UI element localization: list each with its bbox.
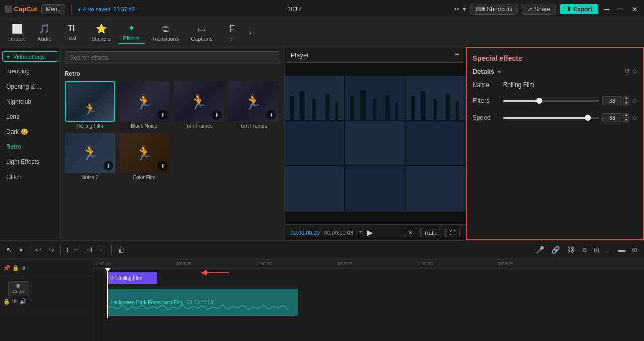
retro-section-label: Retro [61, 68, 284, 79]
speed-increment[interactable]: ▲ [623, 113, 629, 118]
view-toggle[interactable]: ▪▪ [454, 5, 459, 13]
close-button[interactable]: ✕ [630, 5, 640, 13]
toolbar-transitions[interactable]: ⧉ Transitions [147, 22, 184, 44]
link-button[interactable]: 🔗 [549, 245, 562, 255]
effect-thumb-torn-frames: 🏃 ⬇ [174, 81, 224, 122]
filters-value-input[interactable] [602, 96, 622, 105]
sidebar-item-nightclub[interactable]: Nightclub [0, 94, 60, 109]
filters-decrement[interactable]: ▼ [623, 101, 629, 106]
effect-black-noise[interactable]: 🏃 ⬇ Black Noise [119, 81, 170, 129]
add-button[interactable]: ⊕ [630, 245, 640, 255]
speed-slider-track[interactable] [503, 117, 599, 119]
maximize-button[interactable]: ▭ [615, 5, 626, 13]
pin-icon[interactable]: 📌 [3, 265, 10, 271]
keyframe-button[interactable]: ◇ [632, 67, 637, 75]
zoom-out-button[interactable]: − [605, 245, 613, 255]
effect-rolling-film[interactable]: 🏃 Rolling Film [65, 81, 115, 129]
play-button[interactable]: ▶ [367, 228, 373, 237]
toolbar-audio[interactable]: 🎵 Audio [32, 21, 57, 44]
filters-stepper: ▲ ▼ [623, 96, 629, 106]
search-input[interactable] [65, 51, 280, 64]
track-more-icon[interactable]: ⋯ [29, 298, 34, 305]
screenshot-button[interactable]: ⊙ [404, 228, 417, 237]
lock-icon[interactable]: 🔒 [12, 265, 19, 271]
minimize-button[interactable]: ─ [602, 5, 611, 13]
zoom-slider[interactable]: ▬ [616, 245, 627, 255]
view-toggle2[interactable]: ▾ [463, 5, 466, 13]
eye-icon[interactable]: 👁 [21, 265, 27, 271]
timeline-tracks: 1:00:00 1:00:05 1:00:10 1:00:15 1:00:20 … [93, 259, 644, 341]
toolbar-text[interactable]: TI Text [59, 22, 84, 43]
download-icon-4[interactable]: ⬇ [103, 161, 113, 171]
reset-button[interactable]: ↺ [624, 67, 630, 75]
link2-button[interactable]: ⛓ [565, 245, 576, 255]
playhead-triangle [105, 268, 111, 272]
toolbar-more[interactable]: › [247, 26, 254, 39]
microphone-button[interactable]: 🎤 [534, 245, 546, 255]
effect-name-torn-frames: Torn Frames [174, 123, 224, 129]
search-bar [61, 47, 284, 68]
details-label: Details [473, 68, 495, 75]
download-icon-3[interactable]: ⬇ [266, 110, 276, 120]
download-icon-5[interactable]: ⬇ [157, 161, 168, 171]
shortcuts-button[interactable]: ⌨ Shortcuts [470, 4, 518, 15]
sidebar-item-opening[interactable]: Opening & ... [0, 79, 60, 94]
cover-icon: ▣ [16, 283, 21, 288]
audio-icon: 🎵 [39, 23, 50, 34]
toolbar-import[interactable]: ⬜ Import [4, 21, 30, 44]
effect-noise-2[interactable]: 🏃 ⬇ Noise 2 [65, 133, 115, 180]
track-lock-icon[interactable]: 🔒 [3, 298, 10, 305]
speed-keyframe-button[interactable]: ◇ [632, 114, 637, 121]
track-audio-icon[interactable]: 🔊 [20, 298, 27, 305]
split-button[interactable]: ⊢⊣ [65, 245, 81, 255]
delete-button[interactable]: 🗑 [116, 245, 127, 255]
video-block[interactable]: Halloween Dark Forest and Fog 00:00:10:0… [107, 289, 298, 316]
trim-right[interactable]: ⊢ [97, 245, 107, 255]
player-visual [285, 76, 466, 212]
filters-slider-track[interactable] [503, 100, 599, 102]
undo-button[interactable]: ↩ [33, 245, 43, 255]
select-tool[interactable]: ↖ [4, 245, 14, 255]
speed-slider-thumb[interactable] [585, 115, 591, 121]
arrow-svg [189, 263, 249, 278]
audio-link-button[interactable]: ♫ [579, 245, 589, 255]
figure-icon-2: 🏃 [135, 94, 153, 110]
toolbar-f[interactable]: F F [220, 22, 245, 44]
video-effects-section[interactable]: ▾ Video effects [2, 51, 58, 62]
share-button[interactable]: ↗ Share [522, 4, 556, 15]
redo-button[interactable]: ↪ [46, 245, 56, 255]
toolbar-effects[interactable]: ✦ Effects [118, 21, 144, 44]
export-button[interactable]: ⬆ Export [560, 4, 598, 14]
player-menu-icon[interactable]: ≡ [455, 50, 459, 59]
speed-decrement[interactable]: ▼ [623, 118, 629, 123]
speed-value-input[interactable] [602, 113, 622, 122]
filters-slider-thumb[interactable] [536, 98, 542, 104]
effect-block[interactable]: ⟳ Rolling Film [107, 272, 157, 284]
cover-button[interactable]: ▣ Cover [8, 281, 29, 296]
playhead[interactable] [107, 270, 108, 318]
sidebar-item-glitch[interactable]: Glitch [0, 169, 60, 185]
ratio-button[interactable]: Ratio [420, 228, 442, 237]
toolbar-captions[interactable]: ▭ Captions [186, 21, 217, 44]
effect-color-film[interactable]: 🏃 ⬇ Color Film [119, 133, 170, 180]
trim-left[interactable]: ⊣ [84, 245, 94, 255]
effect-torn-frames-2[interactable]: 🏃 ⬇ Torn Frames [228, 81, 278, 129]
sidebar-item-dark[interactable]: Dark 😀 [0, 124, 60, 139]
sidebar-item-trending[interactable]: Trending [0, 64, 60, 79]
effect-torn-frames[interactable]: 🏃 ⬇ Torn Frames [174, 81, 224, 129]
track-eye-icon[interactable]: 👁 [12, 298, 18, 305]
filters-keyframe-button[interactable]: ◇ [632, 97, 637, 104]
select-dropdown[interactable]: ▾ [17, 245, 25, 255]
align-button[interactable]: ⊞ [592, 245, 602, 255]
toolbar-stickers[interactable]: ⭐ Stickers [86, 21, 116, 44]
menu-button[interactable]: Menu [41, 4, 65, 14]
filters-increment[interactable]: ▲ [623, 96, 629, 101]
sidebar-item-light-effects[interactable]: Light Effects [0, 154, 60, 169]
download-icon[interactable]: ⬇ [157, 110, 168, 120]
list-view-icon[interactable]: ≡ [359, 229, 363, 236]
sidebar-item-lens[interactable]: Lens [0, 109, 60, 124]
sidebar-item-retro[interactable]: Retro [0, 139, 60, 154]
fullscreen-button[interactable]: ⛶ [445, 228, 460, 237]
figure-icon-5: 🏃 [81, 145, 99, 161]
download-icon-2[interactable]: ⬇ [212, 110, 222, 120]
